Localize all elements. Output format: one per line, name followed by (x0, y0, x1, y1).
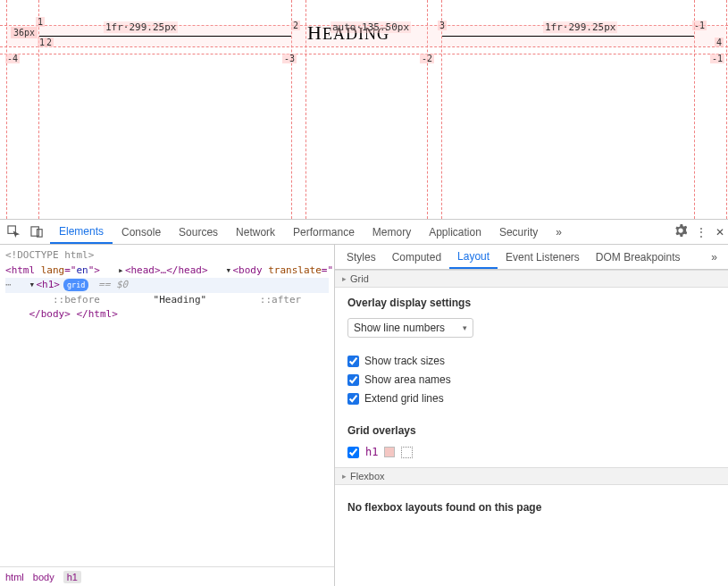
grid-num: 1 (36, 17, 45, 27)
tab-more[interactable]: » (547, 220, 571, 244)
grid-num: 2 (291, 21, 300, 30)
main-tabs: Elements Console Sources Network Perform… (50, 220, 671, 244)
grid-num: -1 (692, 21, 707, 30)
kebab-icon[interactable]: ⋮ (696, 226, 707, 239)
tab-application[interactable]: Application (420, 220, 490, 244)
sidebar-tabs-more[interactable]: » (704, 251, 724, 264)
breadcrumb-h1[interactable]: h1 (63, 571, 81, 583)
inspect-icon[interactable] (4, 222, 23, 242)
sidebar-tabs: Styles Computed Layout Event Listeners D… (335, 245, 728, 270)
tab-performance[interactable]: Performance (284, 220, 364, 244)
section-flexbox[interactable]: Flexbox (335, 467, 728, 485)
track-label-1: 1fr·299.25px (104, 21, 178, 33)
tab-sources[interactable]: Sources (170, 220, 227, 244)
tab-dom-breakpoints[interactable]: DOM Breakpoints (588, 245, 689, 269)
sidebar-panel: Styles Computed Layout Event Listeners D… (335, 245, 728, 586)
color-swatch[interactable] (384, 447, 395, 457)
label-track-sizes: Show track sizes (364, 355, 445, 367)
tab-styles[interactable]: Styles (339, 245, 384, 269)
grid-num: -1 (710, 54, 724, 63)
tab-console[interactable]: Console (113, 220, 170, 244)
tab-event-listeners[interactable]: Event Listeners (498, 245, 588, 269)
chevron-down-icon: ▾ (463, 323, 467, 332)
breadcrumb: html body h1 (0, 566, 334, 586)
reveal-element-icon[interactable] (401, 447, 413, 458)
grid-num: -4 (5, 54, 20, 63)
dom-doctype[interactable]: <!DOCTYPE html> (5, 249, 94, 261)
tab-layout[interactable]: Layout (449, 245, 498, 269)
checkbox-overlay-h1[interactable] (347, 447, 359, 458)
checkbox-track-sizes[interactable] (347, 356, 359, 367)
devtools-toolbar: Elements Console Sources Network Perform… (0, 220, 728, 245)
label-area-names: Show area names (364, 373, 451, 386)
grid-num: 4 (715, 38, 724, 47)
checkbox-area-names[interactable] (347, 374, 359, 386)
dom-tree[interactable]: <!DOCTYPE html> <html lang="en"> ▸<head>… (0, 245, 334, 566)
checkbox-extend-lines[interactable] (347, 393, 359, 405)
dom-panel: <!DOCTYPE html> <html lang="en"> ▸<head>… (0, 245, 335, 586)
page-viewport: 36px HEADING 1fr·299.25px auto·135.50px … (0, 0, 728, 220)
tab-memory[interactable]: Memory (364, 220, 420, 244)
overlay-label-h1: h1 (365, 446, 378, 458)
tab-network[interactable]: Network (227, 220, 284, 244)
breadcrumb-body[interactable]: body (33, 572, 54, 582)
overlay-settings-title: Overlay display settings (347, 297, 715, 309)
track-label-2: auto·135.50px (331, 21, 411, 33)
flexbox-empty-message: No flexbox layouts found on this page (335, 485, 728, 530)
device-toggle-icon[interactable] (27, 222, 46, 242)
tab-elements[interactable]: Elements (50, 220, 113, 244)
grid-overlays-title: Grid overlays (347, 424, 715, 437)
dom-selected-h1[interactable]: ⋯ ▾<h1>grid == $0 (5, 278, 329, 293)
devtools: Elements Console Sources Network Perform… (0, 220, 728, 586)
row-size-badge: 36px (11, 27, 38, 38)
track-label-3: 1fr·299.25px (543, 21, 617, 33)
grid-num: 3 (438, 21, 447, 30)
label-extend-lines: Extend grid lines (364, 392, 444, 405)
breadcrumb-html[interactable]: html (5, 572, 24, 582)
grid-badge[interactable]: grid (63, 279, 88, 292)
line-numbers-select[interactable]: Show line numbers ▾ (347, 318, 473, 338)
svg-rect-1 (30, 227, 38, 236)
tab-computed[interactable]: Computed (384, 245, 449, 269)
tab-security[interactable]: Security (490, 220, 547, 244)
grid-num: 2 (45, 38, 54, 47)
gear-icon[interactable] (674, 224, 687, 239)
grid-num: -2 (420, 54, 434, 63)
select-label: Show line numbers (354, 322, 445, 334)
section-grid[interactable]: Grid (335, 270, 728, 288)
close-icon[interactable]: ✕ (715, 226, 724, 239)
grid-num: -3 (282, 54, 297, 63)
